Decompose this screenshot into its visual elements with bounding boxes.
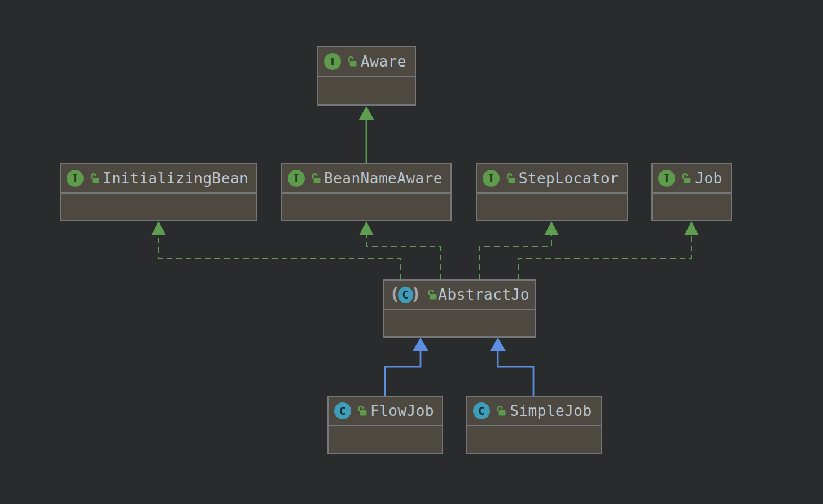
- class-node-steplocator[interactable]: I StepLocator: [476, 163, 628, 221]
- unlocked-icon: [310, 173, 322, 185]
- interface-icon: I: [288, 170, 305, 187]
- class-letter: C: [339, 405, 346, 417]
- class-node-flowjob[interactable]: C FlowJob: [327, 396, 443, 454]
- edge-simplejob-extends-abstractjob: [490, 338, 533, 396]
- uml-diagram-canvas: I Aware I InitializingBean I: [0, 0, 823, 504]
- class-name: SimpleJob: [507, 402, 595, 419]
- interface-icon: I: [67, 170, 84, 187]
- class-name: Job: [692, 170, 725, 187]
- edge-abstractjob-implements-job: [518, 221, 699, 279]
- unlocked-icon: [426, 289, 438, 301]
- class-icon: C: [473, 402, 490, 419]
- interface-letter: I: [489, 173, 494, 184]
- class-name: AbstractJob: [438, 286, 529, 303]
- edge-abstractjob-implements-steplocator: [479, 221, 559, 279]
- edge-abstractjob-implements-beannameaware: [359, 221, 440, 279]
- class-node-abstractjob[interactable]: ( C ) AbstractJob: [383, 279, 536, 338]
- abstract-paren-close: ): [411, 286, 422, 302]
- class-node-simplejob[interactable]: C SimpleJob: [466, 396, 602, 454]
- class-node-aware[interactable]: I Aware: [317, 46, 416, 106]
- unlocked-icon: [505, 173, 516, 185]
- class-name: BeanNameAware: [322, 170, 445, 187]
- abstract-class-icon: ( C ): [389, 287, 421, 303]
- class-node-job[interactable]: I Job: [651, 163, 732, 221]
- unlocked-icon: [356, 405, 368, 417]
- interface-letter: I: [73, 173, 78, 184]
- unlocked-icon: [680, 173, 692, 185]
- unlocked-icon: [89, 173, 100, 185]
- node-header: I Aware: [318, 47, 415, 77]
- unlocked-icon: [495, 405, 507, 417]
- class-name: Aware: [358, 53, 409, 70]
- node-header: ( C ) AbstractJob: [384, 281, 535, 310]
- node-header: C SimpleJob: [467, 397, 601, 426]
- node-header: C FlowJob: [329, 397, 442, 426]
- node-header: I BeanNameAware: [282, 164, 450, 194]
- class-name: StepLocator: [516, 170, 621, 187]
- interface-letter: I: [294, 173, 299, 184]
- abstract-paren-open: (: [389, 286, 400, 302]
- class-name: InitializingBean: [100, 170, 251, 187]
- class-node-initializingbean[interactable]: I InitializingBean: [60, 163, 257, 221]
- class-icon: C: [334, 402, 351, 419]
- class-name: FlowJob: [368, 402, 436, 419]
- class-node-beannameaware[interactable]: I BeanNameAware: [281, 163, 452, 221]
- class-letter: C: [478, 405, 485, 417]
- class-letter: C: [402, 289, 409, 300]
- unlocked-icon: [346, 56, 358, 68]
- interface-icon: I: [483, 170, 500, 187]
- interface-letter: I: [664, 173, 669, 184]
- interface-icon: I: [658, 170, 675, 187]
- interface-letter: I: [330, 56, 335, 67]
- node-header: I Job: [653, 164, 731, 194]
- node-header: I StepLocator: [477, 164, 627, 194]
- node-header: I InitializingBean: [61, 164, 256, 194]
- edge-flowjob-extends-abstractjob: [385, 338, 428, 396]
- edge-beannameaware-extends-aware: [358, 106, 374, 163]
- interface-icon: I: [324, 53, 341, 70]
